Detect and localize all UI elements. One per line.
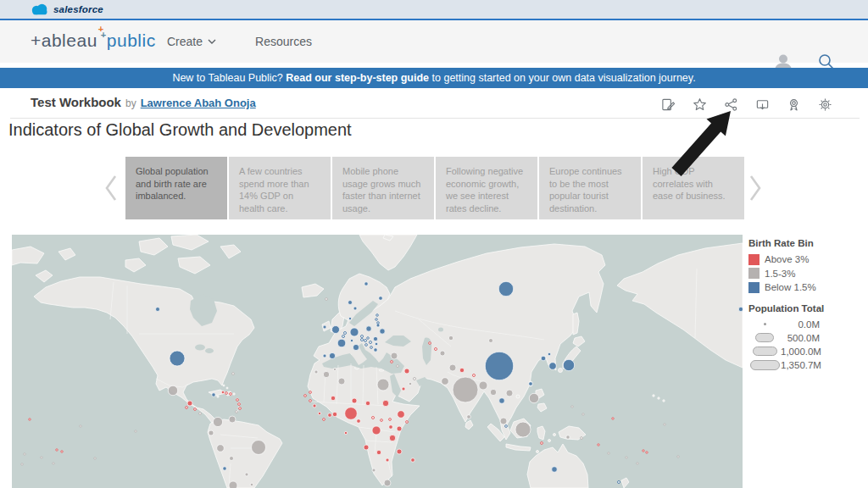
map-bubble[interactable] [314, 370, 318, 374]
map-bubble[interactable] [337, 339, 346, 347]
map-bubble[interactable] [414, 378, 416, 380]
map-bubble[interactable] [411, 458, 415, 463]
map-bubble[interactable] [473, 374, 476, 377]
map-bubble[interactable] [187, 401, 192, 406]
map-bubble[interactable] [664, 424, 665, 425]
map-bubble[interactable] [361, 336, 364, 338]
map-bubble[interactable] [380, 329, 385, 334]
legend-size-item[interactable]: 1,350.7M [748, 358, 868, 372]
map-bubble[interactable] [350, 328, 359, 336]
map-bubble[interactable] [367, 337, 370, 340]
nav-resources[interactable]: Resources [255, 35, 312, 48]
map-bubble[interactable] [389, 435, 395, 441]
map-bubble[interactable] [459, 368, 464, 372]
map-bubble[interactable] [348, 317, 351, 319]
map-bubble[interactable] [373, 336, 377, 341]
step-by-step-guide-link[interactable]: Read our step-by-step guide [286, 72, 429, 84]
map-bubble[interactable] [221, 391, 225, 394]
legend-category-item[interactable]: Above 3% [748, 252, 868, 267]
map-bubble[interactable] [646, 452, 648, 453]
map-bubble[interactable] [217, 445, 225, 452]
map-bubble[interactable] [529, 393, 538, 402]
map-bubble[interactable] [552, 467, 558, 473]
map-bubble[interactable] [366, 326, 371, 331]
map-bubble[interactable] [453, 377, 478, 402]
map-bubble[interactable] [328, 413, 332, 418]
map-bubble[interactable] [344, 431, 347, 434]
gear-icon[interactable] [818, 97, 832, 112]
map-bubble[interactable] [209, 430, 214, 435]
award-icon[interactable] [787, 97, 801, 112]
map-bubble[interactable] [213, 417, 222, 426]
map-bubble[interactable] [442, 378, 449, 385]
map-bubble[interactable] [135, 430, 136, 432]
map-bubble[interactable] [372, 469, 376, 472]
map-bubble[interactable] [377, 379, 389, 391]
map-bubble[interactable] [529, 382, 533, 386]
map-bubble[interactable] [548, 352, 551, 356]
map-bubble[interactable] [566, 435, 570, 439]
map-bubble[interactable] [245, 473, 248, 476]
map-bubble[interactable] [738, 307, 743, 311]
map-bubble[interactable] [353, 307, 357, 310]
map-bubble[interactable] [608, 452, 609, 454]
share-icon[interactable] [724, 97, 738, 112]
map-bubble[interactable] [331, 396, 335, 400]
map-bubble[interactable] [239, 408, 242, 410]
map-bubble[interactable] [168, 385, 177, 395]
map-bubble[interactable] [389, 425, 393, 430]
map-bubble[interactable] [376, 314, 379, 317]
map-bubble[interactable] [56, 449, 58, 451]
map-bubble[interactable] [382, 400, 388, 406]
map-bubble[interactable] [440, 351, 445, 356]
map-bubble[interactable] [194, 408, 197, 411]
map-bubble[interactable] [479, 381, 487, 390]
map-bubble[interactable] [236, 399, 239, 402]
map-bubble[interactable] [429, 342, 431, 345]
map-bubble[interactable] [186, 407, 188, 409]
map-bubble[interactable] [352, 398, 357, 403]
nav-create[interactable]: Create [167, 35, 216, 48]
legend-category-item[interactable]: Below 1.5% [748, 280, 868, 295]
map-bubble[interactable] [372, 426, 381, 435]
map-bubble[interactable] [386, 458, 389, 462]
salesforce-logo[interactable]: salesforce [31, 3, 103, 16]
map-bubble[interactable] [199, 413, 202, 415]
map-bubble[interactable] [404, 369, 409, 374]
map-bubble[interactable] [406, 421, 409, 424]
map-bubble[interactable] [357, 419, 361, 424]
map-bubble[interactable] [499, 398, 505, 404]
map-bubble[interactable] [370, 341, 372, 344]
map-bubble[interactable] [229, 416, 236, 423]
map-bubble[interactable] [61, 451, 63, 452]
map-bubble[interactable] [374, 348, 377, 352]
map-bubble[interactable] [398, 411, 405, 419]
map-bubble[interactable] [397, 365, 399, 368]
map-bubble[interactable] [29, 419, 31, 420]
star-icon[interactable] [693, 97, 707, 112]
map-bubble[interactable] [376, 319, 378, 321]
map-bubble[interactable] [515, 422, 531, 437]
legend-size-item[interactable]: 1,000.0M [748, 345, 868, 358]
story-tab[interactable]: Europe continues to be the most popular … [539, 157, 641, 219]
map-bubble[interactable] [332, 412, 337, 416]
author-link[interactable]: Lawrence Abah Onoja [141, 97, 256, 109]
map-bubble[interactable] [342, 336, 345, 338]
map-bubble[interactable] [345, 408, 358, 420]
next-story-point-button[interactable] [748, 174, 762, 202]
map-bubble[interactable] [333, 368, 336, 370]
map-bubble[interactable] [375, 342, 378, 346]
map-bubble[interactable] [467, 415, 471, 419]
story-tab[interactable]: Global population and birth rate are imb… [125, 157, 227, 219]
map-bubble[interactable] [364, 445, 369, 450]
world-bubble-map[interactable] [12, 235, 743, 488]
map-bubble[interactable] [372, 417, 375, 419]
map-bubble[interactable] [229, 481, 237, 488]
map-bubble[interactable] [156, 308, 160, 312]
story-tab[interactable]: Mobile phone usage grows much faster tha… [332, 157, 434, 219]
map-bubble[interactable] [490, 389, 496, 395]
map-bubble[interactable] [232, 373, 235, 375]
map-bubble[interactable] [505, 425, 508, 428]
map-bubble[interactable] [323, 371, 329, 377]
map-bubble[interactable] [361, 339, 364, 341]
